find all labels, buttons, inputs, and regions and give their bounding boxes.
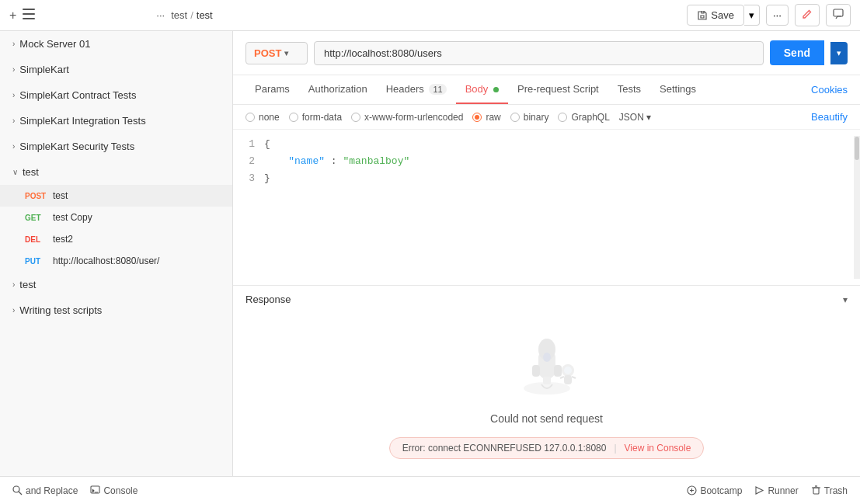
radio-none[interactable]: none (245, 112, 280, 123)
sidebar-item-writing-test-scripts[interactable]: › Writing test scripts (0, 297, 232, 323)
response-collapse-arrow: ▾ (843, 294, 848, 305)
beautify-link[interactable]: Beautify (811, 111, 848, 123)
method-dropdown-arrow: ▾ (284, 49, 288, 57)
code-line: } (264, 170, 854, 187)
arrow-icon: › (12, 40, 15, 48)
tab-label: Pre-request Script (517, 83, 599, 95)
code-colon: : (325, 155, 343, 167)
send-dropdown-button[interactable]: ▾ (830, 42, 848, 64)
add-icon[interactable]: + (9, 9, 16, 23)
response-body: Could not send request Error: connect EC… (233, 313, 860, 476)
response-label: Response (245, 294, 291, 305)
json-type-select[interactable]: JSON ▾ (619, 112, 651, 123)
radio-dot (351, 113, 360, 122)
sidebar-child-get-test-copy[interactable]: GET test Copy (0, 207, 232, 228)
sidebar-item-simplekart-contract[interactable]: › SimpleKart Contract Tests (0, 82, 232, 108)
sidebar-item-test2[interactable]: › test (0, 272, 232, 297)
sidebar-item-simplekart-integration[interactable]: › SimpleKart Integration Tests (0, 108, 232, 134)
footer-find-replace[interactable]: and Replace (12, 485, 78, 496)
json-arrow: ▾ (646, 112, 651, 123)
save-button[interactable]: Save (687, 5, 744, 26)
radio-raw[interactable]: raw (472, 112, 500, 123)
sidebar-item-test-expanded[interactable]: ∨ test (0, 159, 232, 185)
tab-headers[interactable]: Headers 11 (377, 75, 456, 104)
sidebar-child-del-test2[interactable]: DEL test2 (0, 228, 232, 250)
edit-button[interactable] (795, 4, 820, 26)
tab-authorization[interactable]: Authorization (299, 75, 377, 104)
sidebar-item-label: SimpleKart Security Tests (19, 141, 134, 152)
footer-console[interactable]: Console (90, 485, 138, 496)
runner-label: Runner (768, 485, 798, 496)
radio-label: raw (486, 112, 500, 123)
sidebar-item-label: test (19, 279, 36, 290)
sidebar-item-simplekart[interactable]: › SimpleKart (0, 57, 232, 82)
footer-runner[interactable]: Runner (754, 485, 798, 496)
radio-binary[interactable]: binary (510, 112, 549, 123)
tab-tests[interactable]: Tests (608, 75, 650, 104)
view-console-link[interactable]: View in Console (625, 443, 691, 454)
arrow-icon: ∨ (12, 168, 18, 176)
method-badge: DEL (25, 235, 48, 244)
code-brace: } (264, 172, 270, 184)
radio-dot (245, 113, 255, 122)
code-line: { (264, 136, 854, 153)
scrollbar[interactable] (854, 136, 860, 279)
tab-label: Settings (660, 83, 696, 95)
url-input[interactable] (314, 41, 764, 65)
method-badge: POST (25, 192, 48, 200)
svg-line-14 (560, 377, 564, 378)
code-editor[interactable]: 1 2 3 { "name" : "manbalboy" } (233, 130, 860, 285)
radio-label: binary (524, 112, 549, 123)
tab-params[interactable]: Params (245, 75, 299, 104)
send-button[interactable]: Send (770, 40, 824, 65)
svg-line-17 (19, 492, 22, 495)
tab-settings[interactable]: Settings (650, 75, 705, 104)
bootcamp-label: Bootcamp (700, 485, 742, 496)
breadcrumb: test / test (171, 9, 213, 21)
url-bar: POST ▾ Send ▾ (233, 31, 860, 75)
tab-label: Tests (618, 83, 641, 95)
footer-trash[interactable]: Trash (811, 485, 848, 496)
breadcrumb-parent[interactable]: test (171, 9, 187, 21)
request-tabs: Params Authorization Headers 11 Body Pre… (233, 75, 860, 105)
method-select[interactable]: POST ▾ (245, 42, 308, 64)
rocket-illustration (504, 330, 590, 400)
radio-urlencoded[interactable]: x-www-form-urlencoded (351, 112, 463, 123)
svg-rect-8 (554, 365, 562, 377)
tab-pre-request[interactable]: Pre-request Script (508, 75, 608, 104)
svg-marker-20 (756, 487, 763, 494)
radio-graphql[interactable]: GraphQL (558, 112, 609, 123)
cookies-link[interactable]: Cookies (811, 84, 848, 96)
comment-button[interactable] (826, 4, 851, 26)
sidebar-item-simplekart-security[interactable]: › SimpleKart Security Tests (0, 134, 232, 159)
sidebar-item-mock-server[interactable]: › Mock Server 01 (0, 31, 232, 57)
error-text: Error: connect ECONNREFUSED 127.0.0.1:80… (402, 443, 607, 454)
line-number: 2 (242, 153, 255, 170)
hamburger-icon[interactable] (23, 9, 35, 22)
response-header[interactable]: Response ▾ (233, 286, 860, 313)
method-badge: GET (25, 214, 48, 222)
sidebar-item-label: Writing test scripts (19, 304, 102, 316)
response-empty-message: Could not send request (490, 412, 603, 425)
radio-form-data[interactable]: form-data (289, 112, 342, 123)
arrow-icon: › (12, 280, 15, 289)
request-more-button[interactable]: ··· (766, 5, 789, 26)
sidebar-item-label: SimpleKart (19, 64, 69, 75)
top-actions: Save ▾ ··· (687, 4, 851, 26)
tab-label: Body (465, 83, 489, 95)
content-area: POST ▾ Send ▾ Params Authorization Heade… (233, 31, 860, 476)
response-section: Response ▾ (233, 285, 860, 476)
arrow-icon: › (12, 65, 15, 74)
radio-label: x-www-form-urlencoded (364, 112, 463, 123)
arrow-icon: › (12, 142, 15, 151)
save-dropdown-button[interactable]: ▾ (744, 5, 760, 26)
trash-label: Trash (824, 485, 848, 496)
line-number: 1 (242, 136, 255, 153)
code-key: "name" (288, 155, 325, 167)
arrow-icon: › (12, 116, 15, 125)
sidebar-child-post-test[interactable]: POST test (0, 185, 232, 207)
tab-body[interactable]: Body (456, 75, 508, 104)
sidebar-child-put[interactable]: PUT http://localhost:8080/user/ (0, 250, 232, 272)
footer-bootcamp[interactable]: Bootcamp (687, 485, 742, 496)
more-options-icon[interactable]: ··· (156, 9, 165, 21)
